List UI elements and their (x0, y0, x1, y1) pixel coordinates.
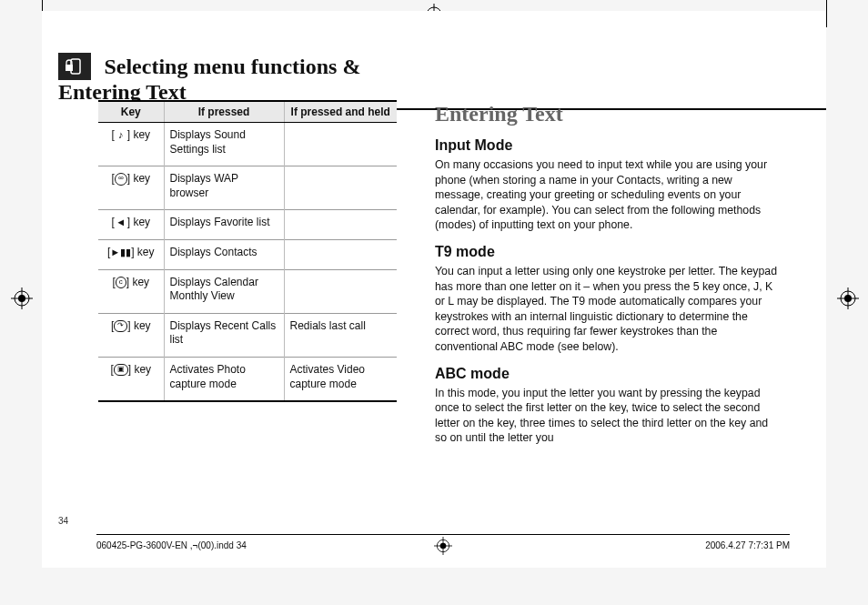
held-cell (284, 123, 397, 166)
recent-key-icon: ↷ (114, 320, 127, 332)
pressed-cell: Displays Recent Calls list (164, 313, 284, 357)
pressed-cell: Displays WAP browser (164, 166, 284, 210)
keys-table: Key If pressed If pressed and held [♪] k… (98, 100, 397, 402)
key-cell: [◄] key (98, 210, 164, 240)
key-cell: [↷] key (98, 313, 164, 357)
key-cell: [∞] key (98, 166, 164, 210)
pressed-cell: Displays Favorite list (164, 210, 284, 240)
key-cell: [♪] key (98, 123, 164, 166)
held-cell (284, 210, 397, 240)
held-cell (284, 166, 397, 210)
subsection-heading: Input Mode (435, 137, 779, 154)
svg-rect-13 (66, 65, 73, 71)
pressed-cell: Displays Contacts (164, 239, 284, 269)
contacts-key-icon: ►▮▮ (110, 246, 131, 258)
subsection-body: You can input a letter using only one ke… (435, 264, 779, 355)
subsection-heading: T9 mode (435, 244, 779, 260)
page-number: 34 (58, 516, 68, 526)
key-label: key (133, 128, 150, 141)
bracket-right: ] (131, 246, 137, 258)
col-header-key: Key (98, 101, 164, 123)
table-row: [↷] keyDisplays Recent Calls listRedials… (98, 313, 397, 357)
page: Selecting menu functions & Entering Text… (42, 11, 826, 568)
camera-key-icon: ▣ (114, 364, 128, 376)
sound-key-icon: ♪ (115, 128, 127, 141)
key-label: key (133, 216, 150, 228)
table-row: [◄] keyDisplays Favorite list (98, 210, 397, 240)
key-label: key (134, 363, 151, 376)
subsection-heading: ABC mode (435, 366, 779, 382)
held-cell (284, 239, 397, 269)
pressed-cell: Displays Sound Settings list (164, 123, 284, 166)
phone-lock-icon (58, 53, 91, 80)
calendar-key-icon: c (116, 277, 126, 288)
key-cell: [►▮▮] key (98, 239, 164, 269)
subsection-body: On many occasions you need to input text… (435, 157, 779, 233)
table-row: [►▮▮] keyDisplays Contacts (98, 239, 397, 269)
wap-key-icon: ∞ (115, 173, 127, 186)
col-header-held: If pressed and held (284, 101, 397, 123)
key-label: key (132, 276, 149, 288)
col-header-pressed: If pressed (164, 101, 284, 123)
table-row: [▣] keyActivates Photo capture modeActiv… (98, 357, 397, 401)
held-cell (284, 269, 397, 313)
table-row: [♪] keyDisplays Sound Settings list (98, 123, 397, 166)
key-cell: [▣] key (98, 357, 164, 401)
registration-mark-icon (11, 287, 33, 309)
subsection-body: In this mode, you input the letter you w… (435, 386, 779, 446)
key-label: key (134, 319, 151, 332)
pressed-cell: Displays Calendar Monthly View (164, 269, 284, 313)
registration-mark-icon (434, 537, 452, 557)
chapter-title: Selecting menu functions & Entering Text (58, 55, 360, 105)
section-heading-entering-text: Entering Text (435, 102, 779, 126)
held-cell: Redials last call (284, 313, 397, 357)
table-row: [∞] keyDisplays WAP browser (98, 166, 397, 210)
key-cell: [c] key (98, 269, 164, 313)
imposition-footer: 060425-PG-3600V-EN ,¬(00).indd 34 2006.4… (96, 534, 790, 568)
footer-filename: 060425-PG-3600V-EN ,¬(00).indd 34 (96, 540, 247, 550)
held-cell: Activates Video capture mode (284, 357, 397, 401)
chapter-header: Selecting menu functions & Entering Text (58, 53, 448, 105)
key-label: key (137, 246, 155, 258)
keys-table-column: Key If pressed If pressed and held [♪] k… (98, 100, 397, 402)
table-row: [c] keyDisplays Calendar Monthly View (98, 269, 397, 313)
footer-timestamp: 2006.4.27 7:7:31 PM (705, 540, 790, 550)
registration-mark-icon (837, 287, 859, 309)
key-label: key (133, 172, 150, 185)
pressed-cell: Activates Photo capture mode (164, 357, 284, 401)
favorite-key-icon: ◄ (115, 216, 127, 228)
bracket-right: ] (127, 319, 134, 332)
text-column: Entering Text Input ModeOn many occasion… (435, 102, 779, 453)
